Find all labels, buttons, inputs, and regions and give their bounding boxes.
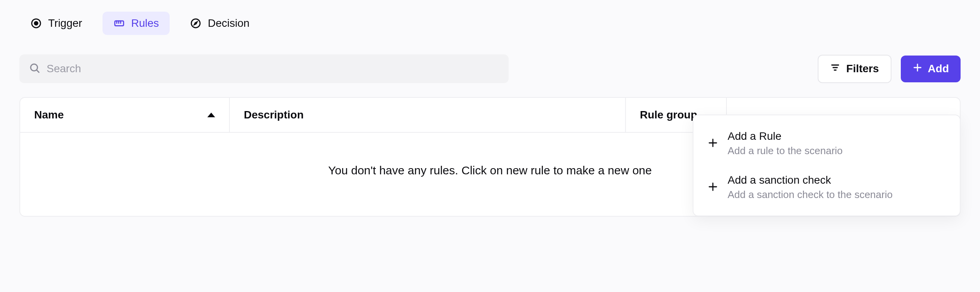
tab-label: Trigger [48,17,82,30]
menu-item-description: Add a rule to the scenario [728,145,843,157]
svg-point-1 [35,22,38,25]
tab-trigger[interactable]: Trigger [19,12,93,35]
column-label: Description [244,109,304,121]
filters-button[interactable]: Filters [818,55,891,83]
filters-label: Filters [846,63,879,75]
sort-asc-icon [207,113,215,117]
compass-icon [190,17,202,29]
search-input[interactable] [47,63,499,75]
toolbar: Filters Add [19,54,961,83]
svg-line-9 [36,70,39,72]
column-label: Name [34,109,64,121]
tab-label: Decision [208,17,249,30]
column-label: Rule group [640,109,697,121]
plus-icon [707,181,718,194]
add-button[interactable]: Add [901,56,961,82]
column-header-description[interactable]: Description [230,98,626,132]
add-label: Add [928,63,949,75]
svg-marker-7 [195,22,198,25]
add-menu-item-sanction-check[interactable]: Add a sanction check Add a sanction chec… [693,165,960,209]
ruler-icon [113,17,125,29]
column-header-name[interactable]: Name [20,98,230,132]
plus-icon [912,63,923,75]
tab-decision[interactable]: Decision [179,12,260,35]
target-icon [30,17,42,29]
tab-rules[interactable]: Rules [103,12,170,35]
add-dropdown: Add a Rule Add a rule to the scenario Ad… [693,115,961,216]
menu-item-title: Add a sanction check [728,174,893,186]
search-icon [29,62,40,75]
tab-label: Rules [131,17,159,30]
tabs: Trigger Rules Decision [19,12,961,35]
menu-item-description: Add a sanction check to the scenario [728,189,893,201]
search-box[interactable] [19,54,509,83]
menu-item-title: Add a Rule [728,130,843,143]
empty-message: You don't have any rules. Click on new r… [328,164,652,177]
add-menu-item-rule[interactable]: Add a Rule Add a rule to the scenario [693,122,960,165]
filter-icon [830,63,840,75]
plus-icon [707,137,718,150]
